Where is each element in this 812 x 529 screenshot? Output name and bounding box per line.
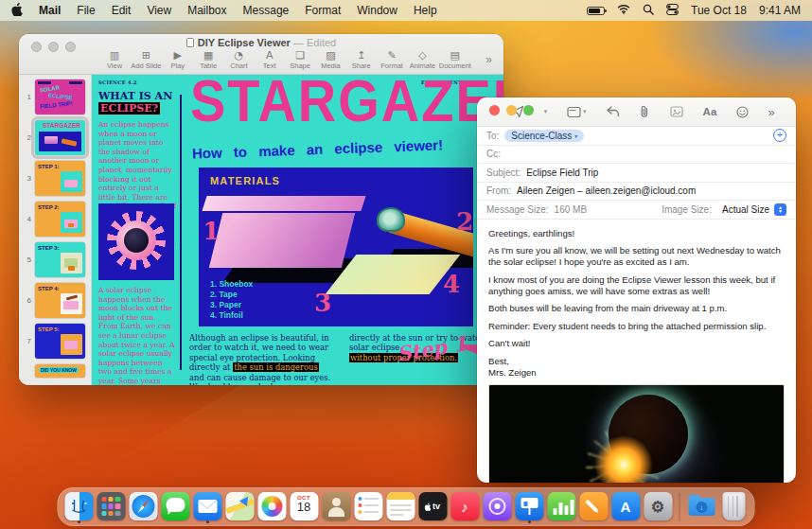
recipient-token[interactable]: Science-Class▾: [504, 130, 584, 142]
apple-menu-icon[interactable]: [11, 3, 23, 19]
thumb-step-image: [61, 212, 82, 233]
dock-maps[interactable]: [225, 490, 255, 523]
dock-mail[interactable]: [193, 490, 222, 523]
dock-keynote[interactable]: [515, 490, 544, 523]
add-recipient-button[interactable]: +: [773, 129, 786, 142]
to-field-row[interactable]: To: Science-Class▾ +: [477, 127, 796, 146]
materials-number-2: 2: [456, 207, 473, 236]
close-button[interactable]: [489, 105, 500, 115]
tool-animate[interactable]: ◇Animate: [408, 49, 436, 70]
dock-notes[interactable]: [386, 490, 415, 523]
menu-help[interactable]: Help: [414, 4, 437, 17]
dock-settings[interactable]: ⚙: [644, 490, 673, 523]
tool-format[interactable]: ✎Format: [378, 49, 406, 70]
menu-app-name[interactable]: Mail: [39, 4, 61, 17]
spotlight-search-icon[interactable]: [643, 4, 654, 18]
dock-reminders[interactable]: [354, 490, 383, 523]
insert-photo-button[interactable]: [670, 106, 683, 117]
dock-safari[interactable]: [129, 490, 158, 523]
slide-thumbnail-4[interactable]: STEP 2:: [35, 202, 85, 237]
control-center-icon[interactable]: [666, 4, 679, 18]
toolbar-overflow-icon[interactable]: »: [768, 105, 774, 119]
dock-appstore[interactable]: A: [611, 490, 641, 523]
dock-appletv[interactable]: tv: [418, 490, 448, 523]
tool-share[interactable]: ↥Share: [347, 49, 376, 70]
message-body[interactable]: Greetings, earthlings! As I'm sure you a…: [477, 220, 796, 382]
header-fields-button[interactable]: ▾: [567, 106, 587, 118]
slide-thumbnail-3[interactable]: STEP 1:: [35, 161, 85, 196]
format-fonts-button[interactable]: Aa: [703, 106, 717, 117]
tool-chart[interactable]: ◔Chart: [224, 49, 253, 70]
dock-numbers[interactable]: [547, 490, 576, 523]
battery-icon[interactable]: [587, 7, 605, 15]
dock-pages[interactable]: [579, 490, 609, 523]
menu-format[interactable]: Format: [305, 4, 341, 17]
menu-time[interactable]: 9:41 AM: [759, 4, 801, 17]
menu-view[interactable]: View: [147, 4, 171, 17]
dock-finder[interactable]: [64, 490, 94, 523]
subject-field-row[interactable]: Subject: Eclipse Field Trip: [477, 164, 796, 183]
slide-canvas[interactable]: SCIENCE 4.2 EXPERIMENT #11 WHAT IS AN EC…: [92, 75, 503, 385]
zoom-button[interactable]: [523, 105, 534, 115]
dock-calendar[interactable]: OCT 18: [290, 490, 319, 523]
launchpad-icon: [97, 492, 125, 520]
minimize-button[interactable]: [506, 105, 517, 115]
tool-shape[interactable]: ❏Shape: [286, 49, 314, 70]
send-options-chevron-icon[interactable]: ▾: [544, 108, 548, 115]
menu-date[interactable]: Tue Oct 18: [691, 4, 747, 17]
slide-thumb-row-3: 3 STEP 1:: [22, 161, 88, 196]
tool-document[interactable]: ▤Document: [439, 49, 471, 70]
to-label: To:: [486, 131, 499, 141]
slide-thumb-row-5: 5 STEP 3:: [22, 242, 88, 277]
dock-downloads[interactable]: ↓: [687, 490, 716, 523]
slide-thumbnail-7[interactable]: STEP 5:: [35, 324, 85, 359]
menu-file[interactable]: File: [77, 4, 95, 17]
safety-text-col1: Although an eclipse is beautiful, in ord…: [189, 333, 333, 385]
dock-messages[interactable]: [161, 490, 190, 523]
slide-thumbnail-6[interactable]: STEP 4:: [35, 283, 85, 318]
slide-thumbnail-5[interactable]: STEP 3:: [35, 242, 85, 277]
reply-button[interactable]: [606, 106, 620, 117]
tool-media[interactable]: ▨Media: [316, 49, 344, 70]
materials-item-2: 2. Tape: [210, 290, 253, 300]
emoji-button[interactable]: [736, 106, 749, 118]
materials-number-3: 3: [314, 289, 331, 317]
eclipse-attachment-image[interactable]: [488, 384, 785, 484]
tool-text[interactable]: AText: [256, 49, 284, 70]
wifi-icon[interactable]: [617, 4, 630, 17]
tool-table[interactable]: ▦Table: [194, 49, 222, 70]
dock-music[interactable]: ♪: [450, 490, 480, 523]
image-size-select[interactable]: Actual Size ▲▼: [722, 203, 786, 216]
view-icon: ▥: [110, 49, 119, 62]
menu-mailbox[interactable]: Mailbox: [187, 4, 226, 17]
running-indicator: [78, 520, 80, 523]
slide-thumbnail-1[interactable]: SOLAR ECLIPSE FIELD TRIP!: [35, 79, 85, 115]
dock-contacts[interactable]: [322, 490, 351, 523]
from-field-row[interactable]: From: Aileen Zeigen – aileen.zeigen@iclo…: [477, 183, 796, 202]
cc-field-row[interactable]: Cc:: [477, 146, 796, 165]
attach-button[interactable]: [639, 105, 650, 118]
dock-launchpad[interactable]: [97, 490, 126, 523]
menu-bar: Mail File Edit View Mailbox Message Form…: [0, 0, 812, 21]
table-icon: ▦: [203, 49, 213, 62]
body-signoff: Best,: [488, 356, 785, 367]
menu-message[interactable]: Message: [243, 4, 290, 17]
body-paragraph: Greetings, earthlings!: [488, 228, 785, 239]
eclipse-highlight: ECLIPSE?: [98, 102, 160, 115]
dock-trash[interactable]: [719, 490, 749, 523]
tool-view[interactable]: ▥View: [100, 49, 129, 70]
body-paragraph: I know most of you are doing the Eclipse…: [488, 274, 785, 297]
thumb-step-image: [61, 171, 82, 192]
toolbar-overflow-icon[interactable]: »: [485, 53, 492, 66]
tool-add-slide[interactable]: ⊞Add Slide: [131, 49, 161, 70]
slide-thumbnail-8[interactable]: DID YOU KNOW: [35, 364, 85, 378]
dock-podcasts[interactable]: [483, 490, 512, 523]
thumb-deco: [38, 81, 51, 84]
menu-edit[interactable]: Edit: [112, 4, 132, 17]
menu-window[interactable]: Window: [357, 4, 397, 17]
slide-thumbnail-2-selected[interactable]: STARGAZER: [35, 120, 85, 155]
slide-thumb-row-4: 4 STEP 2:: [22, 202, 88, 237]
dock-photos[interactable]: [257, 490, 287, 523]
tool-play[interactable]: ▶Play: [164, 49, 192, 70]
thumb-stick: [66, 295, 78, 301]
